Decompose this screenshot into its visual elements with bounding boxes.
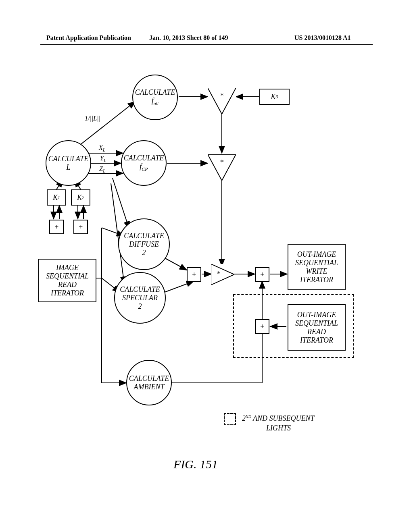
calc-fatt-label1: CALCULATE [135,88,175,97]
calc-fcp-label2: fCP [140,162,148,172]
svg-line-23 [165,281,194,292]
k1-constant: K1 [47,189,66,206]
calc-fatt-label2: fatt [152,97,159,107]
multiply-op-1: * [208,88,236,114]
calculate-fcp-node: CALCULATE fCP [121,140,167,186]
svg-marker-32 [211,264,234,285]
calculate-diffuse-node: CALCULATE DIFFUSE 2 [118,218,170,270]
calc-specular-label3: 2 [138,302,142,311]
legend-text-line2: LIGHTS [266,424,291,432]
out-image-write-iterator: OUT-IMAGE SEQUENTIAL WRITE ITERATOR [288,244,346,290]
calculate-specular-node: CALCULATE SPECULAR 2 [114,272,166,324]
plus-diffuse-specular: + [187,267,201,282]
legend-text-line1: 2ND AND SUBSEQUENT [242,414,315,423]
label-xl: XL [99,144,105,153]
k2-constant: K2 [71,189,90,206]
svg-line-20 [113,178,129,229]
calc-ambient-label2: AMBIENT [134,383,165,391]
calc-ambient-label1: CALCULATE [129,374,169,383]
plus-main: + [255,267,269,282]
label-zl: ZL [99,165,106,174]
legend-box-icon [224,413,236,425]
plus-subsequent: + [255,319,269,334]
calc-diffuse-label1: CALCULATE [124,232,164,240]
header-date-sheet: Jan. 10, 2013 Sheet 80 of 149 [149,34,228,42]
header-publication: Patent Application Publication [46,34,131,42]
multiply-op-3: * [211,264,234,285]
multiply-op-2: * [208,154,236,181]
calc-specular-label1: CALCULATE [120,285,160,294]
k3-constant: K3 [259,89,290,105]
header-divider [40,44,373,45]
out-image-read-iterator: OUT-IMAGE SEQUENTIAL READ ITERATOR [288,304,346,351]
label-yl: YL [100,155,106,164]
calc-diffuse-label3: 2 [142,249,146,257]
calc-specular-label2: SPECULAR [122,294,158,302]
flow-arrows [0,69,413,431]
diagram-container: CALCULATE L CALCULATE fatt CALCULATE fCP… [0,69,413,431]
label-one-over-l: 1/||L|| [85,115,100,122]
calc-diffuse-label2: DIFFUSE [129,240,159,249]
calc-fcp-label1: CALCULATE [124,154,164,162]
calculate-fatt-node: CALCULATE fatt [132,75,178,120]
plus-k1: + [49,220,64,234]
calculate-l-node: CALCULATE L [46,140,91,186]
svg-line-22 [165,258,187,270]
calc-l-label1: CALCULATE [48,155,88,163]
image-read-iterator: IMAGE SEQUENTIAL READ ITERATOR [38,259,96,302]
figure-caption: FIG. 151 [173,457,218,471]
calc-l-label2: L [66,163,70,172]
svg-line-1 [75,102,135,149]
header-patent-number: US 2013/0010128 A1 [294,34,351,42]
calculate-ambient-node: CALCULATE AMBIENT [126,360,172,405]
plus-k2: + [73,220,88,234]
